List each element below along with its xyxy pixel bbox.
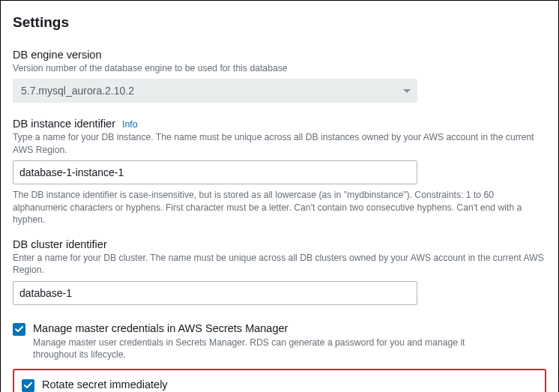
db-engine-version-field: DB engine version Version number of the … [13, 49, 546, 103]
db-engine-version-label: DB engine version [13, 49, 102, 61]
caret-down-icon [402, 85, 411, 97]
db-cluster-identifier-field: DB cluster identifier Enter a name for y… [13, 238, 546, 305]
db-cluster-identifier-label: DB cluster identifier [13, 238, 107, 250]
db-cluster-identifier-input[interactable] [13, 281, 417, 305]
db-cluster-identifier-help: Enter a name for your DB cluster. The na… [13, 252, 546, 277]
db-engine-version-value: 5.7.mysql_aurora.2.10.2 [21, 85, 134, 97]
db-instance-identifier-field: DB instance identifier Info Type a name … [13, 118, 546, 226]
info-link[interactable]: Info [122, 119, 138, 130]
rotate-secret-checkbox[interactable] [22, 379, 34, 392]
manage-credentials-row: Manage master credentials in AWS Secrets… [13, 320, 546, 363]
db-engine-version-select: 5.7.mysql_aurora.2.10.2 [13, 79, 417, 103]
db-engine-version-help: Version number of the database engine to… [13, 62, 546, 74]
db-instance-identifier-label: DB instance identifier [13, 118, 115, 130]
db-instance-identifier-constraint: The DB instance identifier is case-insen… [13, 189, 546, 226]
db-instance-identifier-help: Type a name for your DB instance. The na… [13, 131, 546, 156]
manage-credentials-checkbox[interactable] [13, 323, 25, 336]
db-instance-identifier-input[interactable] [13, 160, 417, 184]
rotate-secret-row: Rotate secret immediately When you rotat… [22, 376, 537, 392]
settings-card: Settings DB engine version Version numbe… [0, 0, 559, 392]
manage-credentials-desc: Manage master user credentials in Secret… [33, 337, 475, 361]
manage-credentials-title: Manage master credentials in AWS Secrets… [33, 322, 546, 335]
rotate-secret-title: Rotate secret immediately [42, 378, 537, 391]
page-title: Settings [13, 14, 546, 31]
rotate-secret-highlight: Rotate secret immediately When you rotat… [13, 369, 546, 392]
